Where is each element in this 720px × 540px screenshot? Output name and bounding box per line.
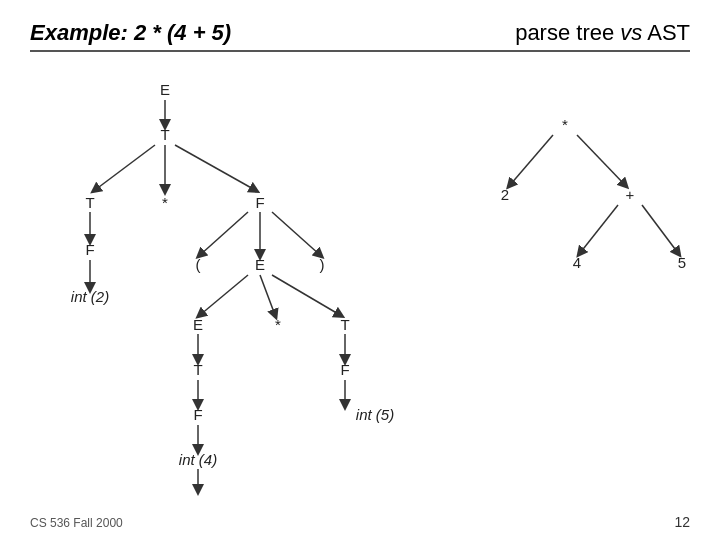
node-F-right: F xyxy=(255,194,264,211)
node-int4: int (4) xyxy=(179,451,217,468)
arrow-T-F xyxy=(175,145,255,190)
node-E-left2: E xyxy=(193,316,203,333)
ast-arrow-plus-5 xyxy=(642,205,678,253)
ast-node-2: 2 xyxy=(501,186,509,203)
node-F-e2: F xyxy=(193,406,202,423)
page: Example: 2 * (4 + 5) parse tree vs AST E… xyxy=(0,0,720,540)
node-rparen: ) xyxy=(320,256,325,273)
subtitle-text: parse tree vs AST xyxy=(515,20,690,45)
tree-svg: E T T * F F int (2) xyxy=(0,70,720,530)
node-F-left: F xyxy=(85,241,94,258)
node-T-left: T xyxy=(85,194,94,211)
ast-node-star: * xyxy=(562,116,568,133)
arrow-F-rparen xyxy=(272,212,320,255)
arrow-E-star2 xyxy=(260,275,275,315)
arrow-F-lparen xyxy=(200,212,248,255)
divider xyxy=(30,50,690,52)
node-lparen: ( xyxy=(196,256,201,273)
node-star2: * xyxy=(275,316,281,333)
node-T-right2: T xyxy=(340,316,349,333)
node-T-main: T xyxy=(160,126,169,143)
trees-area: E T T * F F int (2) xyxy=(0,70,720,530)
arrow-T-Tleft xyxy=(95,145,155,190)
footer-course: CS 536 Fall 2000 xyxy=(30,516,123,530)
ast-node-5: 5 xyxy=(678,254,686,271)
arrow-E-Eleft xyxy=(200,275,248,315)
ast-arrow-star-plus xyxy=(577,135,625,185)
node-F-tright: F xyxy=(340,361,349,378)
ast-node-4: 4 xyxy=(573,254,581,271)
subtitle: parse tree vs AST xyxy=(515,20,690,46)
ast-arrow-star-2 xyxy=(510,135,553,185)
node-star-mid: * xyxy=(162,194,168,211)
arrow-E-Tright xyxy=(272,275,340,315)
ast-node-plus: + xyxy=(626,186,635,203)
ast-arrow-plus-4 xyxy=(580,205,618,253)
node-int2: int (2) xyxy=(71,288,109,305)
header: Example: 2 * (4 + 5) parse tree vs AST xyxy=(30,20,690,46)
node-int5: int (5) xyxy=(356,406,394,423)
node-E-mid: E xyxy=(255,256,265,273)
page-number: 12 xyxy=(674,514,690,530)
example-title: Example: 2 * (4 + 5) xyxy=(30,20,231,46)
node-T-e2: T xyxy=(193,361,202,378)
node-E-top: E xyxy=(160,81,170,98)
